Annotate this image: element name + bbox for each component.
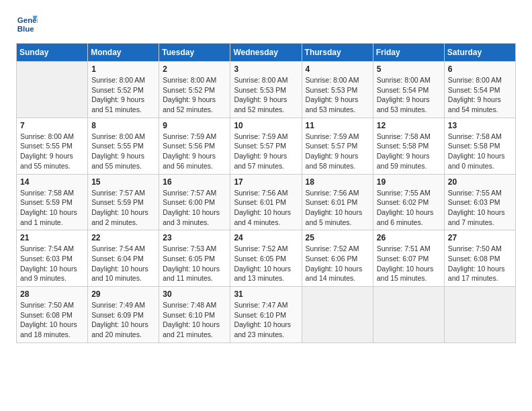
calendar-cell: 3Sunrise: 8:00 AMSunset: 5:53 PMDaylight… (230, 62, 302, 118)
cell-info: Sunrise: 7:53 AMSunset: 6:05 PMDaylight:… (163, 244, 226, 283)
calendar-cell: 23Sunrise: 7:53 AMSunset: 6:05 PMDayligh… (159, 230, 230, 287)
cell-day-number: 20 (448, 177, 512, 187)
cell-info: Sunrise: 8:00 AMSunset: 5:52 PMDaylight:… (163, 75, 226, 115)
weekday-header-tuesday: Tuesday (159, 44, 230, 62)
calendar-cell: 19Sunrise: 7:55 AMSunset: 6:02 PMDayligh… (373, 174, 444, 230)
calendar-cell: 30Sunrise: 7:48 AMSunset: 6:10 PMDayligh… (159, 287, 230, 343)
calendar-cell: 13Sunrise: 7:58 AMSunset: 5:58 PMDayligh… (444, 118, 515, 174)
weekday-header-thursday: Thursday (302, 44, 373, 62)
cell-info: Sunrise: 7:49 AMSunset: 6:09 PMDaylight:… (91, 300, 155, 340)
cell-info: Sunrise: 7:59 AMSunset: 5:56 PMDaylight:… (163, 132, 226, 171)
cell-day-number: 5 (377, 64, 441, 74)
cell-info: Sunrise: 7:50 AMSunset: 6:08 PMDaylight:… (448, 244, 512, 283)
logo-icon: General Blue (16, 13, 38, 35)
calendar-table: SundayMondayTuesdayWednesdayThursdayFrid… (16, 43, 516, 343)
cell-day-number: 1 (91, 64, 155, 74)
cell-day-number: 22 (91, 233, 155, 242)
cell-day-number: 15 (91, 177, 155, 187)
cell-day-number: 16 (163, 177, 226, 187)
calendar-cell: 29Sunrise: 7:49 AMSunset: 6:09 PMDayligh… (88, 287, 159, 343)
calendar-cell: 25Sunrise: 7:52 AMSunset: 6:06 PMDayligh… (302, 230, 373, 287)
cell-day-number: 21 (20, 233, 84, 242)
cell-day-number: 23 (163, 233, 226, 242)
calendar-cell: 1Sunrise: 8:00 AMSunset: 5:52 PMDaylight… (88, 62, 159, 118)
calendar-cell: 4Sunrise: 8:00 AMSunset: 5:53 PMDaylight… (302, 62, 373, 118)
calendar-cell: 12Sunrise: 7:58 AMSunset: 5:58 PMDayligh… (373, 118, 444, 174)
cell-day-number: 25 (306, 233, 369, 242)
weekday-header-saturday: Saturday (444, 44, 515, 62)
calendar-cell: 24Sunrise: 7:52 AMSunset: 6:05 PMDayligh… (230, 230, 302, 287)
cell-info: Sunrise: 7:55 AMSunset: 6:03 PMDaylight:… (448, 188, 512, 228)
week-row-5: 28Sunrise: 7:50 AMSunset: 6:08 PMDayligh… (17, 287, 516, 343)
cell-info: Sunrise: 7:48 AMSunset: 6:10 PMDaylight:… (163, 300, 226, 340)
cell-info: Sunrise: 7:50 AMSunset: 6:08 PMDaylight:… (20, 300, 84, 340)
cell-info: Sunrise: 7:58 AMSunset: 5:58 PMDaylight:… (448, 132, 512, 171)
calendar-cell: 9Sunrise: 7:59 AMSunset: 5:56 PMDaylight… (159, 118, 230, 174)
cell-day-number: 17 (234, 177, 298, 187)
cell-day-number: 10 (234, 121, 298, 130)
week-row-4: 21Sunrise: 7:54 AMSunset: 6:03 PMDayligh… (17, 230, 516, 287)
cell-day-number: 31 (234, 289, 298, 299)
cell-info: Sunrise: 7:47 AMSunset: 6:10 PMDaylight:… (234, 300, 298, 340)
cell-day-number: 27 (448, 233, 512, 242)
cell-info: Sunrise: 7:56 AMSunset: 6:01 PMDaylight:… (306, 188, 369, 228)
weekday-header-wednesday: Wednesday (230, 44, 302, 62)
calendar-cell: 11Sunrise: 7:59 AMSunset: 5:57 PMDayligh… (302, 118, 373, 174)
cell-day-number: 11 (306, 121, 369, 130)
calendar-body: 1Sunrise: 8:00 AMSunset: 5:52 PMDaylight… (17, 62, 516, 343)
cell-day-number: 28 (20, 289, 84, 299)
weekday-header-monday: Monday (88, 44, 159, 62)
cell-info: Sunrise: 8:00 AMSunset: 5:53 PMDaylight:… (234, 75, 298, 115)
week-row-3: 14Sunrise: 7:58 AMSunset: 5:59 PMDayligh… (17, 174, 516, 230)
calendar-cell: 18Sunrise: 7:56 AMSunset: 6:01 PMDayligh… (302, 174, 373, 230)
calendar-cell: 14Sunrise: 7:58 AMSunset: 5:59 PMDayligh… (17, 174, 88, 230)
calendar-cell: 28Sunrise: 7:50 AMSunset: 6:08 PMDayligh… (17, 287, 88, 343)
cell-day-number: 12 (377, 121, 441, 130)
cell-day-number: 19 (377, 177, 441, 187)
cell-day-number: 26 (377, 233, 441, 242)
cell-info: Sunrise: 8:00 AMSunset: 5:53 PMDaylight:… (306, 75, 369, 115)
cell-day-number: 30 (163, 289, 226, 299)
calendar-cell: 6Sunrise: 8:00 AMSunset: 5:54 PMDaylight… (444, 62, 515, 118)
cell-info: Sunrise: 7:56 AMSunset: 6:01 PMDaylight:… (234, 188, 298, 228)
weekday-header-row: SundayMondayTuesdayWednesdayThursdayFrid… (17, 44, 516, 62)
cell-info: Sunrise: 7:55 AMSunset: 6:02 PMDaylight:… (377, 188, 441, 228)
cell-info: Sunrise: 7:57 AMSunset: 5:59 PMDaylight:… (91, 188, 155, 228)
cell-day-number: 24 (234, 233, 298, 242)
cell-info: Sunrise: 7:58 AMSunset: 5:58 PMDaylight:… (377, 132, 441, 171)
calendar-cell (373, 287, 444, 343)
cell-info: Sunrise: 8:00 AMSunset: 5:55 PMDaylight:… (20, 132, 84, 171)
calendar-cell: 22Sunrise: 7:54 AMSunset: 6:04 PMDayligh… (88, 230, 159, 287)
calendar-cell: 20Sunrise: 7:55 AMSunset: 6:03 PMDayligh… (444, 174, 515, 230)
calendar-cell (17, 62, 88, 118)
cell-info: Sunrise: 8:00 AMSunset: 5:54 PMDaylight:… (448, 75, 512, 115)
cell-info: Sunrise: 7:52 AMSunset: 6:05 PMDaylight:… (234, 244, 298, 283)
svg-text:Blue: Blue (17, 25, 35, 33)
calendar-cell: 31Sunrise: 7:47 AMSunset: 6:10 PMDayligh… (230, 287, 302, 343)
cell-info: Sunrise: 7:54 AMSunset: 6:03 PMDaylight:… (20, 244, 84, 283)
calendar-cell: 26Sunrise: 7:51 AMSunset: 6:07 PMDayligh… (373, 230, 444, 287)
cell-day-number: 3 (234, 64, 298, 74)
cell-day-number: 4 (306, 64, 369, 74)
calendar-cell: 27Sunrise: 7:50 AMSunset: 6:08 PMDayligh… (444, 230, 515, 287)
cell-day-number: 2 (163, 64, 226, 74)
weekday-header-friday: Friday (373, 44, 444, 62)
cell-info: Sunrise: 7:54 AMSunset: 6:04 PMDaylight:… (91, 244, 155, 283)
cell-day-number: 14 (20, 177, 84, 187)
cell-day-number: 7 (20, 121, 84, 130)
calendar-cell: 21Sunrise: 7:54 AMSunset: 6:03 PMDayligh… (17, 230, 88, 287)
calendar-cell: 8Sunrise: 8:00 AMSunset: 5:55 PMDaylight… (88, 118, 159, 174)
calendar-cell: 5Sunrise: 8:00 AMSunset: 5:54 PMDaylight… (373, 62, 444, 118)
cell-day-number: 29 (91, 289, 155, 299)
cell-info: Sunrise: 8:00 AMSunset: 5:52 PMDaylight:… (91, 75, 155, 115)
week-row-2: 7Sunrise: 8:00 AMSunset: 5:55 PMDaylight… (17, 118, 516, 174)
cell-info: Sunrise: 7:57 AMSunset: 6:00 PMDaylight:… (163, 188, 226, 228)
header: General Blue (16, 13, 516, 35)
calendar-cell (444, 287, 515, 343)
cell-info: Sunrise: 7:52 AMSunset: 6:06 PMDaylight:… (306, 244, 369, 283)
cell-info: Sunrise: 8:00 AMSunset: 5:54 PMDaylight:… (377, 75, 441, 115)
cell-day-number: 18 (306, 177, 369, 187)
cell-day-number: 8 (91, 121, 155, 130)
logo: General Blue (16, 13, 39, 35)
week-row-1: 1Sunrise: 8:00 AMSunset: 5:52 PMDaylight… (17, 62, 516, 118)
